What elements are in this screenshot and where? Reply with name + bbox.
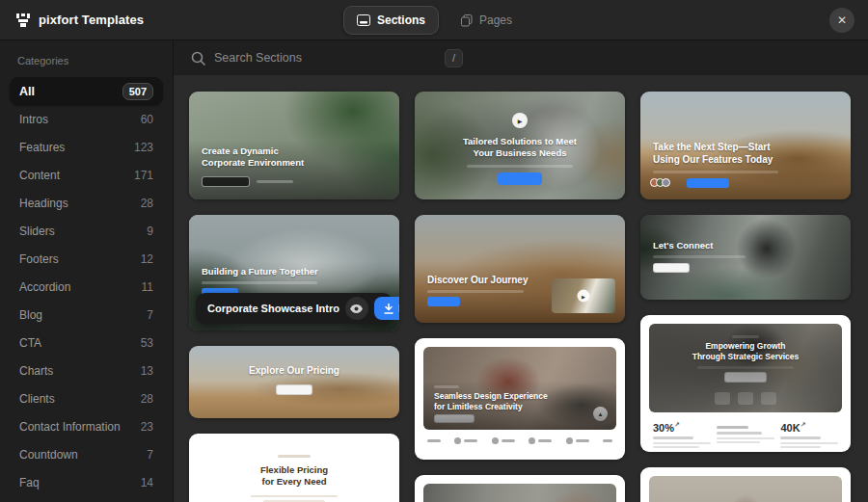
template-hover-bar: Corporate Showcase Intro Insert <box>196 293 393 324</box>
sidebar-title: Categories <box>10 55 163 66</box>
inset-video-thumbnail: ▶ <box>552 278 615 313</box>
preview-kicker <box>434 385 459 388</box>
client-logo <box>427 439 441 442</box>
template-card-corporate-showcase-intro[interactable]: Building a Future Together Corporate Sho… <box>189 215 399 330</box>
template-preview-image: Empowering Growth Through Strategic Serv… <box>649 324 842 412</box>
sidebar-item-count: 23 <box>141 420 153 434</box>
sidebar-item-sliders[interactable]: Sliders 9 <box>10 217 163 245</box>
template-card-lets-connect[interactable]: Let's Connect <box>640 215 851 300</box>
preview-title: Seamless Design Experience for Limitless… <box>434 391 548 411</box>
pages-icon <box>461 14 473 27</box>
template-card-explore-pricing[interactable]: Explore Our Pricing <box>189 346 399 418</box>
templates-grid: Create a Dynamic Corporate Environment B… <box>174 76 868 502</box>
sidebar-item-features[interactable]: Features 123 <box>10 133 163 161</box>
preview-button <box>687 178 729 188</box>
sidebar-item-label: Accordion <box>19 280 70 294</box>
sidebar-item-accordion[interactable]: Accordion 11 <box>10 273 163 301</box>
client-logo <box>529 437 552 444</box>
template-card-tailored-solutions[interactable]: ▶ Tailored Solutions to Meet Your Busine… <box>415 92 625 199</box>
pixfort-logo-icon <box>15 13 31 28</box>
preview-button <box>427 297 460 306</box>
template-card-discover-journey[interactable]: Discover Our Journey ▶ <box>415 215 625 323</box>
sidebar-item-headings[interactable]: Headings 28 <box>10 189 163 217</box>
preview-eye-button[interactable] <box>345 297 368 320</box>
preview-subtext <box>653 171 778 173</box>
arrow-button-icon: ▲ <box>593 407 608 421</box>
preview-title: Empowering Growth Through Strategic Serv… <box>649 341 842 361</box>
sidebar-item-label: Sliders <box>19 225 55 238</box>
sidebar-item-count: 12 <box>141 252 153 266</box>
insert-button[interactable]: Insert <box>374 297 399 320</box>
search-icon <box>191 51 205 66</box>
tab-pages-label: Pages <box>479 13 512 27</box>
sidebar-item-cta[interactable]: CTA 53 <box>10 329 163 357</box>
grid-column-2: ▶ Tailored Solutions to Meet Your Busine… <box>415 92 625 502</box>
sidebar-item-faq[interactable]: Faq 14 <box>10 468 163 496</box>
view-tabs: Sections Pages <box>343 0 525 40</box>
close-button[interactable]: ✕ <box>829 8 854 33</box>
insert-button-label: Insert <box>398 303 399 314</box>
preview-kicker <box>278 455 311 458</box>
client-logo <box>566 437 589 444</box>
preview-title: Tailored Solutions to Meet Your Business… <box>415 136 625 159</box>
sidebar-item-label: Countdown <box>19 448 78 462</box>
top-bar: pixfort Templates Sections Pages ✕ <box>0 0 868 40</box>
preview-button <box>202 176 250 187</box>
sidebar-item-count: 14 <box>141 476 153 489</box>
close-icon: ✕ <box>837 13 847 27</box>
client-logo <box>492 437 515 444</box>
stats-row: 30%↗ 40K↗ <box>649 412 842 448</box>
sidebar-item-intros[interactable]: Intros 60 <box>10 105 163 133</box>
stat-item <box>717 421 774 448</box>
sidebar-item-label: Footers <box>19 252 59 266</box>
sidebar-item-charts[interactable]: Charts 13 <box>10 357 163 384</box>
template-card-bottom-office[interactable] <box>415 475 625 502</box>
sidebar-item-all[interactable]: All 507 <box>10 77 163 105</box>
preview-link <box>257 180 293 183</box>
sidebar-item-label: CTA <box>19 336 41 350</box>
sidebar: Categories All 507 Intros 60 Features 12… <box>0 40 174 502</box>
sidebar-item-countdown[interactable]: Countdown 7 <box>10 440 163 468</box>
search-input[interactable] <box>214 51 436 65</box>
sidebar-item-label: Contact Information <box>19 420 121 434</box>
tab-pages[interactable]: Pages <box>448 7 525 34</box>
sidebar-item-contact-information[interactable]: Contact Information 23 <box>10 412 163 440</box>
template-card-flexible-pricing[interactable]: Flexible Pricing for Every Need <box>189 434 399 502</box>
preview-subtext <box>467 165 573 168</box>
preview-subtext <box>697 366 794 369</box>
stat-item: 40K↗ <box>780 421 838 448</box>
template-card-take-next-step[interactable]: Take the Next Step—Start Using Our Featu… <box>640 92 851 199</box>
sidebar-item-count: 507 <box>122 83 153 100</box>
template-card-seamless-design[interactable]: Seamless Design Experience for Limitless… <box>415 338 625 460</box>
template-card-corporate-environment[interactable]: Create a Dynamic Corporate Environment <box>189 92 399 199</box>
sidebar-item-label: Content <box>19 169 60 182</box>
preview-title: Let's Connect <box>653 240 713 251</box>
sidebar-item-blog[interactable]: Blog 7 <box>10 301 163 329</box>
play-button-icon: ▶ <box>512 113 528 128</box>
preview-button <box>434 414 475 423</box>
template-card-bottom-plants[interactable] <box>640 467 851 502</box>
sidebar-item-count: 7 <box>147 308 153 322</box>
sidebar-item-count: 28 <box>141 392 153 406</box>
sidebar-item-footers[interactable]: Footers 12 <box>10 245 163 273</box>
template-preview-image <box>649 476 842 502</box>
preview-kicker <box>732 335 759 338</box>
preview-subtext <box>653 255 746 258</box>
sidebar-item-label: Headings <box>19 197 68 210</box>
tab-sections[interactable]: Sections <box>343 6 439 35</box>
sidebar-item-count: 28 <box>141 197 153 210</box>
shortcut-badge: / <box>445 49 463 67</box>
sidebar-item-count: 171 <box>134 169 153 182</box>
feature-icons-row <box>649 392 842 405</box>
preview-button <box>724 372 767 383</box>
sidebar-item-clients[interactable]: Clients 28 <box>10 384 163 412</box>
eye-icon <box>350 304 363 313</box>
sidebar-item-count: 9 <box>147 225 153 238</box>
template-name: Corporate Showcase Intro <box>207 303 339 314</box>
sidebar-item-count: 60 <box>141 113 153 126</box>
sidebar-item-content[interactable]: Content 171 <box>10 161 163 189</box>
stat-value: 30% <box>653 422 674 434</box>
template-card-empowering-growth[interactable]: Empowering Growth Through Strategic Serv… <box>640 315 851 452</box>
client-logo <box>603 439 612 442</box>
stat-item: 30%↗ <box>653 421 711 448</box>
